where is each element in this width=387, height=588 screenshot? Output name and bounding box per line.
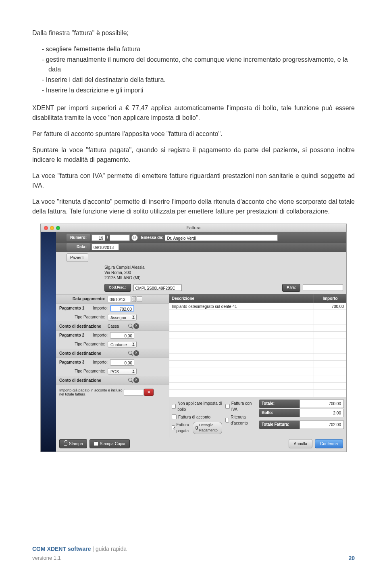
emessa-label: Emessa da: bbox=[141, 234, 164, 241]
grid-row[interactable] bbox=[169, 332, 346, 339]
button-bar: Stampa Stampa Copia Annulla Conferma bbox=[56, 437, 346, 452]
chk-ritenuta[interactable] bbox=[225, 418, 229, 423]
data-pagamento-field[interactable]: 09/10/13 bbox=[108, 296, 131, 302]
grid-row[interactable] bbox=[169, 383, 346, 390]
pag1-conto: Cassa bbox=[108, 323, 128, 329]
conferma-button[interactable]: Conferma bbox=[315, 439, 343, 448]
numero-field[interactable]: 19 bbox=[92, 234, 105, 241]
lbl-iva: Fattura con IVA bbox=[231, 400, 256, 412]
totfatt-value: 702,00 bbox=[300, 421, 344, 429]
already-paid-label: Importo già pagato in acconto e incluso … bbox=[59, 388, 124, 397]
bullet-4: Inserire la descrizione e gli importi bbox=[32, 86, 355, 95]
totals-block: Totale:700,00 Bollo:2,00 Totale Fattura:… bbox=[259, 400, 344, 435]
search-icon[interactable] bbox=[128, 323, 133, 329]
grid-row[interactable] bbox=[169, 310, 346, 317]
stampa-button[interactable]: Stampa bbox=[59, 439, 87, 448]
zoom-icon[interactable] bbox=[56, 226, 60, 230]
lbl-acconto: Fattura di acconto bbox=[178, 414, 210, 420]
fattura-window: Fattura Numero: 19 / 24 Emessa da: Dr. A… bbox=[40, 224, 347, 452]
data-field[interactable]: 09/10/2013 bbox=[92, 244, 119, 250]
para-3: Spuntare la voce "fattura pagata", quand… bbox=[32, 145, 355, 165]
numero-label: Numero: bbox=[67, 234, 90, 241]
importo-label-1: Importo: bbox=[92, 305, 110, 311]
stampa-copia-button[interactable]: Stampa Copia bbox=[89, 439, 129, 448]
lbl-ritenuta: Ritenuta d'acconto bbox=[231, 414, 256, 426]
patient-street: Via Roma, 200 bbox=[104, 270, 346, 275]
footer-brand: CGM XDENT software bbox=[32, 546, 91, 552]
grid-row[interactable] bbox=[169, 368, 346, 375]
hours-icon[interactable]: 24 bbox=[131, 234, 138, 241]
footer-sep: | bbox=[91, 546, 95, 552]
bullet-3: Inserire i dati del destinatario della f… bbox=[32, 75, 355, 85]
grid-row[interactable] bbox=[169, 346, 346, 354]
chk-iva[interactable] bbox=[225, 404, 230, 409]
grid-row[interactable]: Impianto osteointegrato sul dente 41 700… bbox=[169, 303, 346, 310]
footer-version: versione 1.1 bbox=[32, 554, 61, 563]
grid-row[interactable] bbox=[169, 324, 346, 332]
search-icon[interactable] bbox=[128, 377, 133, 383]
cell-desc: Impianto osteointegrato sul dente 41 bbox=[169, 303, 314, 310]
payments-panel: Data pagamento: 09/10/13 ▴▾ Pagamento 1 … bbox=[56, 294, 169, 437]
cell-val: 700,00 bbox=[314, 303, 346, 310]
footer-sub: guida rapida bbox=[96, 546, 127, 552]
window-titlebar[interactable]: Fattura bbox=[41, 224, 346, 232]
conto-label-2: Conto di destinazione bbox=[59, 350, 108, 356]
pag1-importo[interactable]: 702,00 bbox=[110, 305, 134, 312]
pag2-label: Pagamento 2 bbox=[59, 332, 92, 338]
emessa-field[interactable]: Dr. Angelo Verdi bbox=[165, 234, 278, 241]
piva-label: P.Iva: bbox=[282, 284, 300, 292]
minimize-icon[interactable] bbox=[50, 226, 54, 230]
clear-icon[interactable]: ✕ bbox=[133, 323, 139, 329]
para-4: La voce "fattura con IVA" permette di em… bbox=[32, 171, 355, 190]
grid-row[interactable] bbox=[169, 390, 346, 397]
patient-city: 20125 MILANO (MI) bbox=[104, 275, 346, 280]
grid-header: Descrizione Importo bbox=[169, 294, 346, 303]
pag2-tipo-select[interactable]: Contante bbox=[108, 341, 137, 347]
grid-row[interactable] bbox=[169, 361, 346, 368]
col-descrizione: Descrizione bbox=[169, 294, 314, 303]
grid-row[interactable] bbox=[169, 375, 346, 383]
date-stepper[interactable]: ▴▾ bbox=[132, 296, 136, 302]
desktop-strip bbox=[41, 232, 56, 452]
para-2: Per fatture di acconto spuntare l'apposi… bbox=[32, 129, 355, 139]
dettaglio-pagamento-button[interactable]: iDettaglio Pagamento bbox=[193, 422, 222, 434]
already-paid-field[interactable] bbox=[124, 389, 144, 395]
tipo-label-1: Tipo Pagamento: bbox=[59, 314, 108, 320]
chk-pagata[interactable] bbox=[172, 425, 175, 430]
search-icon[interactable] bbox=[128, 350, 133, 356]
bullet-1: scegliere l'emettente della fattura bbox=[32, 44, 355, 54]
clear-icon[interactable]: ✕ bbox=[133, 377, 139, 383]
delete-button[interactable]: ✕ bbox=[144, 389, 154, 396]
close-icon[interactable] bbox=[44, 226, 48, 230]
document-body: Dalla finestra "fattura" è possibile; sc… bbox=[32, 28, 355, 216]
importo-label-2: Importo: bbox=[92, 332, 110, 338]
pag2-importo[interactable]: 0,00 bbox=[110, 332, 134, 339]
para-5: La voce "ritenuta d'acconto" permette di… bbox=[32, 197, 355, 216]
calendar-icon[interactable] bbox=[137, 296, 142, 302]
pazienti-button[interactable]: Pazienti bbox=[67, 253, 88, 262]
lbl-no-bollo: Non applicare imposta di bollo bbox=[177, 400, 222, 412]
chk-no-bollo[interactable] bbox=[172, 404, 176, 409]
pag1-tipo-select[interactable]: Assegno bbox=[108, 314, 137, 320]
chk-acconto[interactable] bbox=[172, 414, 177, 419]
grid-row[interactable] bbox=[169, 317, 346, 324]
codfisc-field[interactable]: CMPLSS80L49F205C bbox=[133, 285, 182, 291]
pag3-label: Pagamento 3 bbox=[59, 359, 92, 365]
annulla-button[interactable]: Annulla bbox=[289, 439, 312, 448]
pag3-tipo-select[interactable]: POS bbox=[108, 368, 137, 375]
piva-field[interactable] bbox=[303, 285, 343, 291]
totfatt-label: Totale Fattura: bbox=[259, 421, 300, 429]
conto-label-1: Conto di destinazione bbox=[59, 323, 108, 329]
lock-icon bbox=[64, 442, 67, 446]
grid-row[interactable] bbox=[169, 354, 346, 361]
grid-row[interactable] bbox=[169, 339, 346, 346]
header-row-2: Data: 09/10/2013 bbox=[56, 243, 346, 252]
codfisc-label: Cod.Fisc.: bbox=[104, 284, 131, 292]
clear-icon[interactable]: ✕ bbox=[133, 350, 139, 356]
numero-suffix-field[interactable] bbox=[110, 234, 130, 241]
patient-name: Sig.ra Campisi Alessia bbox=[104, 265, 346, 270]
pag3-importo[interactable]: 0,00 bbox=[110, 359, 134, 366]
fiscal-row: Cod.Fisc.: CMPLSS80L49F205C P.Iva: bbox=[56, 282, 346, 294]
bollo-label: Bollo: bbox=[259, 409, 300, 417]
patient-address: Sig.ra Campisi Alessia Via Roma, 200 201… bbox=[56, 263, 346, 282]
